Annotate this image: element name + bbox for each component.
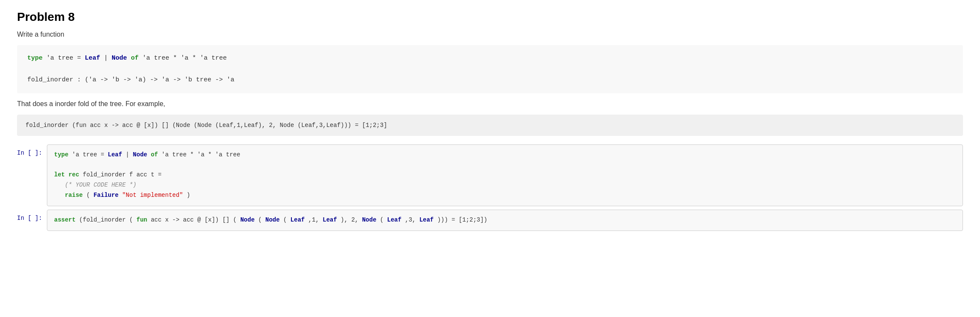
notebook-area: In [ ]: type 'a tree = Leaf | Node of 'a… <box>17 144 963 231</box>
example-code-block: fold_inorder (fun acc x -> acc @ [x]) []… <box>17 115 963 136</box>
example-code-text: fold_inorder (fun acc x -> acc @ [x]) []… <box>26 122 387 129</box>
cell2-kw-fun: fun <box>136 216 147 223</box>
cell1-kw-raise: raise <box>65 192 83 199</box>
cell2-assert-line: assert (fold_inorder ( fun acc x -> acc … <box>54 215 956 225</box>
subtitle-text: Write a function <box>17 31 963 38</box>
cell1-kw-leaf: Leaf <box>108 151 122 158</box>
cell2-kw-assert: assert <box>54 216 75 223</box>
keyword-type: type <box>27 55 43 62</box>
cell1-kw-rec: rec <box>69 171 79 178</box>
keyword-leaf-1: Leaf <box>85 55 100 62</box>
keyword-node-1: Node <box>112 55 127 62</box>
cell1-kw-node: Node <box>133 151 147 158</box>
cell2-kw-node-3: Node <box>362 216 377 223</box>
type-definition-block: type 'a tree = Leaf | Node of 'a tree * … <box>17 45 963 93</box>
cell-2-label: In [ ]: <box>17 210 47 222</box>
cell-1-label: In [ ]: <box>17 144 47 156</box>
cell1-type-line: type 'a tree = Leaf | Node of 'a tree * … <box>54 150 956 160</box>
cell2-kw-leaf-3: Leaf <box>387 216 402 223</box>
type-def-line2: fold_inorder : ('a -> 'b -> 'a) -> 'a ->… <box>27 75 953 86</box>
cell2-kw-leaf-4: Leaf <box>419 216 434 223</box>
cell1-kw-of: of <box>151 151 158 158</box>
type-def-line1: type 'a tree = Leaf | Node of 'a tree * … <box>27 53 953 64</box>
cell1-kw-let: let <box>54 171 65 178</box>
cell2-kw-node-1: Node <box>240 216 255 223</box>
cell1-kw-type: type <box>54 151 69 158</box>
cell2-kw-leaf-2: Leaf <box>323 216 337 223</box>
cell2-kw-node-2: Node <box>265 216 280 223</box>
cell1-raise-line: raise ( Failure "Not implemented" ) <box>54 190 956 201</box>
keyword-of-1: of <box>131 55 138 62</box>
cell1-comment: (* YOUR CODE HERE *) <box>65 182 136 188</box>
description-text: That does a inorder fold of the tree. Fo… <box>17 100 963 108</box>
cell-2: In [ ]: assert (fold_inorder ( fun acc x… <box>17 210 963 231</box>
cell-2-content[interactable]: assert (fold_inorder ( fun acc x -> acc … <box>47 210 963 231</box>
cell1-kw-failure: Failure <box>93 192 118 199</box>
problem-title: Problem 8 <box>17 10 963 24</box>
cell1-str-not-implemented: "Not implemented" <box>122 192 183 199</box>
cell1-let-line: let rec fold_inorder f acc t = <box>54 170 956 180</box>
cell1-comment-line: (* YOUR CODE HERE *) <box>54 180 956 190</box>
cell-1-content[interactable]: type 'a tree = Leaf | Node of 'a tree * … <box>47 144 963 206</box>
cell2-kw-leaf-1: Leaf <box>291 216 305 223</box>
cell-1: In [ ]: type 'a tree = Leaf | Node of 'a… <box>17 144 963 206</box>
